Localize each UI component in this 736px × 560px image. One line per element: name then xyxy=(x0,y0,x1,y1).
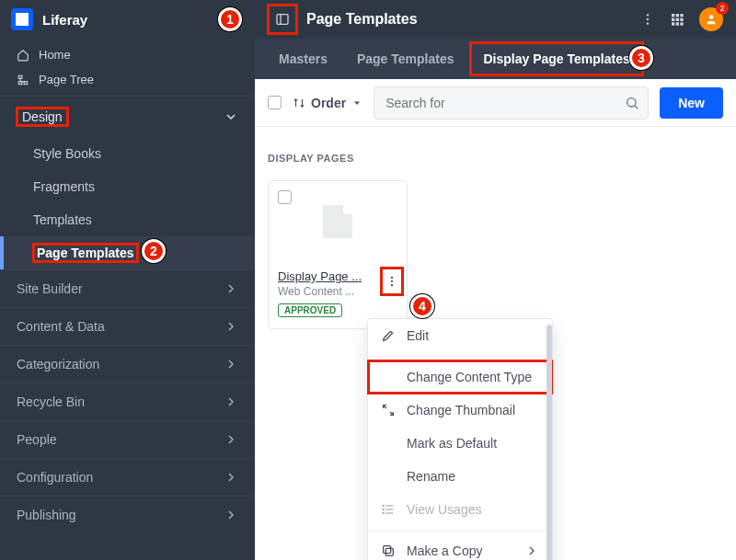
svg-point-26 xyxy=(391,280,393,282)
svg-rect-13 xyxy=(672,18,674,21)
chevron-right-icon xyxy=(524,543,539,558)
svg-rect-12 xyxy=(680,14,683,17)
sidebar-item-page-templates[interactable]: Page Templates xyxy=(0,236,255,269)
sidebar-group-label: Design xyxy=(17,108,68,126)
search-input[interactable] xyxy=(374,86,649,120)
toolbar: Order New xyxy=(255,79,736,127)
menu-rename[interactable]: Rename xyxy=(368,460,552,493)
sidebar-group-configuration[interactable]: Configuration xyxy=(0,459,255,496)
svg-rect-15 xyxy=(680,18,683,21)
new-button[interactable]: New xyxy=(660,87,723,119)
caret-down-icon xyxy=(351,97,362,109)
sidebar-item-templates[interactable]: Templates xyxy=(0,203,255,236)
brand-name: Liferay xyxy=(42,12,87,28)
avatar[interactable]: 2 xyxy=(699,7,723,31)
card-checkbox[interactable] xyxy=(278,190,292,204)
menu-edit[interactable]: Edit xyxy=(368,319,552,352)
menu-separator xyxy=(368,530,552,531)
sidebar-group-publishing[interactable]: Publishing xyxy=(0,497,255,533)
svg-point-25 xyxy=(391,277,393,279)
svg-rect-35 xyxy=(384,546,391,554)
notification-badge: 2 xyxy=(716,2,729,15)
sidebar-group-site-builder[interactable]: Site Builder xyxy=(0,270,255,307)
page-icon xyxy=(323,205,352,238)
menu-mark-default[interactable]: Mark as Default xyxy=(368,427,552,460)
sidebar-item-page-tree[interactable]: Page Tree xyxy=(0,67,255,92)
more-icon[interactable] xyxy=(640,12,655,27)
copy-icon xyxy=(381,543,396,558)
sidebar-group-content-data[interactable]: Content & Data xyxy=(0,308,255,345)
sidebar-group-recycle-bin[interactable]: Recycle Bin xyxy=(0,383,255,420)
menu-change-thumbnail[interactable]: Change Thumbnail xyxy=(368,394,552,427)
svg-point-23 xyxy=(627,97,636,106)
sidebar-item-home[interactable]: Home xyxy=(0,42,255,67)
callout-3: 3 xyxy=(629,46,653,70)
product-menu-toggle[interactable] xyxy=(268,5,297,34)
callout-4: 4 xyxy=(410,294,434,318)
card-actions-button[interactable] xyxy=(381,268,403,295)
sidebar-top-nav: Home Page Tree xyxy=(0,39,255,96)
card-preview xyxy=(269,181,407,262)
chevron-right-icon xyxy=(224,508,238,522)
menu-make-copy[interactable]: Make a Copy xyxy=(368,534,552,560)
status-badge: APPROVED xyxy=(278,303,342,317)
tab-masters[interactable]: Masters xyxy=(266,42,340,75)
section-label: DISPLAY PAGES xyxy=(268,153,723,164)
svg-point-27 xyxy=(391,284,393,286)
sidebar-item-fragments[interactable]: Fragments xyxy=(0,170,255,203)
svg-rect-14 xyxy=(676,18,679,21)
svg-rect-5 xyxy=(277,15,288,25)
list-icon xyxy=(381,502,396,517)
chevron-right-icon xyxy=(224,319,238,334)
svg-rect-2 xyxy=(18,75,22,78)
svg-rect-10 xyxy=(672,14,674,17)
svg-rect-16 xyxy=(672,22,674,25)
chevron-right-icon xyxy=(224,470,238,485)
tab-display-page-templates[interactable]: Display Page Templates xyxy=(470,42,642,75)
svg-rect-34 xyxy=(385,548,393,555)
svg-point-8 xyxy=(647,18,649,20)
chevron-right-icon xyxy=(224,394,238,409)
card-subtitle: Web Content ... xyxy=(278,285,397,298)
pencil-icon xyxy=(381,328,396,343)
sidebar-group-categorization[interactable]: Categorization xyxy=(0,346,255,383)
menu-separator xyxy=(368,356,552,357)
search xyxy=(374,86,649,120)
svg-point-33 xyxy=(383,512,384,513)
tab-page-templates[interactable]: Page Templates xyxy=(344,42,467,75)
actions-dropdown: Edit Change Content Type Change Thumbnai… xyxy=(367,318,553,560)
svg-line-24 xyxy=(635,105,638,108)
svg-point-32 xyxy=(383,509,384,509)
topbar: Page Templates 2 xyxy=(255,0,736,39)
tabs: Masters Page Templates Display Page Temp… xyxy=(255,39,736,79)
template-card[interactable]: Display Page ... Web Content ... APPROVE… xyxy=(268,180,408,329)
sidebar-item-label: Home xyxy=(39,48,71,62)
order-dropdown[interactable]: Order xyxy=(293,96,362,110)
search-icon[interactable] xyxy=(625,96,639,110)
sidebar: Liferay Home Page Tree Design Style Book… xyxy=(0,0,255,560)
callout-2: 2 xyxy=(142,239,166,263)
refresh-icon xyxy=(381,403,396,417)
brand-logo xyxy=(11,8,33,30)
menu-change-content-type[interactable]: Change Content Type xyxy=(368,360,552,394)
sidebar-header: Liferay xyxy=(0,0,255,39)
svg-rect-17 xyxy=(676,22,679,25)
select-all-checkbox[interactable] xyxy=(268,96,282,109)
svg-marker-22 xyxy=(354,101,360,105)
card-title[interactable]: Display Page ... xyxy=(278,269,397,283)
menu-view-usages: View Usages xyxy=(368,493,552,526)
page-title: Page Templates xyxy=(306,11,418,28)
sidebar-group-people[interactable]: People xyxy=(0,421,255,458)
sidebar-group-header-design[interactable]: Design xyxy=(0,97,255,137)
chevron-right-icon xyxy=(224,281,238,296)
chevron-right-icon xyxy=(224,432,238,447)
sidebar-item-style-books[interactable]: Style Books xyxy=(0,137,255,170)
chevron-right-icon xyxy=(224,357,238,371)
apps-icon[interactable] xyxy=(670,12,684,27)
order-label: Order xyxy=(311,96,346,110)
svg-point-19 xyxy=(709,15,714,19)
svg-point-31 xyxy=(383,505,384,506)
sidebar-group-design: Design Style Books Fragments Templates P… xyxy=(0,96,255,269)
sidebar-item-label: Page Tree xyxy=(39,73,94,86)
chevron-down-icon xyxy=(224,109,238,124)
